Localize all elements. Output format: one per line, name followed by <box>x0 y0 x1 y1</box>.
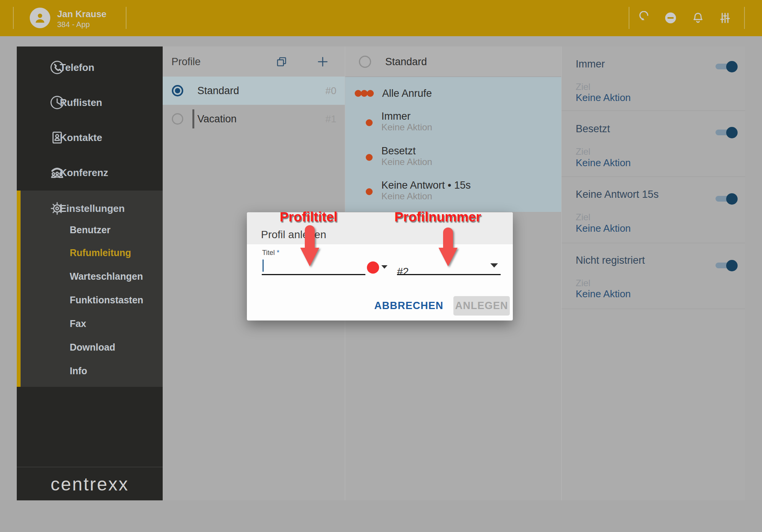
rule-toggle[interactable] <box>716 263 737 268</box>
sidebar-item-telefon[interactable]: Telefon <box>17 59 163 76</box>
all-calls-dots-icon <box>355 90 378 97</box>
titel-input[interactable] <box>262 274 365 275</box>
topbar-divider <box>126 7 126 29</box>
profile-row-vacation[interactable]: Vacation #1 <box>163 105 345 133</box>
sidebar-subitem-rufumleitung[interactable]: Rufumleitung <box>70 247 131 258</box>
app-screen: Jan Krause 384 - App <box>0 0 762 532</box>
target-label: Ziel <box>576 212 591 223</box>
rule-dot-icon <box>366 154 373 161</box>
create-profile-dialog: Profil anlegen Titel * #2 ABBRECHEN ANLE… <box>247 212 513 320</box>
sidebar-subitem-warteschlangen[interactable]: Warteschlangen <box>70 271 143 282</box>
target-label: Ziel <box>576 278 591 288</box>
sidebar-item-konferenz[interactable]: Konferenz <box>17 164 163 181</box>
do-not-disturb-icon[interactable] <box>662 10 679 26</box>
rule-section-besetzt: Besetzt Ziel Keine Aktion <box>562 111 745 177</box>
profile-color-picker[interactable] <box>367 261 379 274</box>
edit-cursor-bar <box>192 109 194 128</box>
group-title: Alle Anrufe <box>382 88 432 99</box>
detail-header-label: Standard <box>385 56 427 67</box>
target-label: Ziel <box>576 82 591 92</box>
cancel-button[interactable]: ABBRECHEN <box>373 297 445 314</box>
sidebar-item-label: Einstellungen <box>60 203 125 215</box>
sidebar-item-einstellungen[interactable]: Einstellungen <box>17 200 163 217</box>
target-value: Keine Aktion <box>576 92 631 104</box>
sidebar-item-label: Ruflisten <box>60 97 102 109</box>
topbar-divider <box>744 7 745 29</box>
chevron-down-icon <box>490 263 498 268</box>
brand-logo-block: centrexx <box>17 467 163 501</box>
rule-section-keine-antwort: Keine Antwort 15s Ziel Keine Aktion <box>562 176 745 243</box>
toggle-knob <box>726 193 738 205</box>
toggle-knob <box>726 127 738 138</box>
sidebar-item-label: Konferenz <box>60 167 108 179</box>
call-forward-icon[interactable] <box>635 10 652 26</box>
rule-toggle[interactable] <box>716 196 737 202</box>
profile-number-select[interactable] <box>397 274 501 275</box>
rule-section-immer: Immer Ziel Keine Aktion <box>562 46 745 111</box>
chevron-down-icon <box>381 265 387 269</box>
duplicate-profile-icon[interactable] <box>274 54 289 69</box>
titel-field-label: Titel * <box>262 249 279 257</box>
user-name: Jan Krause <box>57 9 106 19</box>
rule-title: Keine Antwort • 15s <box>381 179 471 191</box>
profile-row-number: #0 <box>325 85 336 97</box>
rule-subtitle: Keine Aktion <box>381 122 432 133</box>
toggle-knob <box>726 61 738 72</box>
rule-title: Besetzt <box>381 145 416 157</box>
profile-panel-header: Profile <box>163 46 345 77</box>
sidebar-subitem-benutzer[interactable]: Benutzer <box>70 224 110 236</box>
text-cursor <box>263 260 264 272</box>
topbar-divider <box>629 7 629 29</box>
call-rules-group[interactable]: Alle Anrufe Immer Keine Aktion Besetzt K… <box>345 77 562 212</box>
radio-selected[interactable] <box>172 85 183 96</box>
sidebar-settings-section: Einstellungen Benutzer Rufumleitung Wart… <box>17 191 163 387</box>
rule-section-title: Immer <box>576 58 605 70</box>
sidebar-subitem-funktionstasten[interactable]: Funktionstasten <box>70 295 143 306</box>
rule-section-title: Nicht registriert <box>576 255 645 266</box>
person-icon <box>32 10 48 26</box>
rule-section-nicht-registriert: Nicht registriert Ziel Keine Aktion <box>562 243 745 309</box>
forwarding-rules-panel: Immer Ziel Keine Aktion Besetzt Ziel Kei… <box>561 46 745 500</box>
tune-sliders-icon[interactable] <box>717 10 733 26</box>
add-profile-icon[interactable] <box>315 54 330 69</box>
notifications-bell-icon[interactable] <box>690 10 706 26</box>
rule-dot-icon <box>366 119 373 126</box>
target-value: Keine Aktion <box>576 288 631 300</box>
rule-title: Immer <box>381 111 411 122</box>
centrexx-logo: centrexx <box>51 474 129 495</box>
toggle-knob <box>726 260 738 271</box>
page-footer: IMPRESSUM DATENSCHUTZ AGB © Deutsche Tel… <box>0 500 762 532</box>
profile-row-number: #1 <box>325 113 336 125</box>
rule-toggle[interactable] <box>716 130 737 135</box>
profile-row-label: Standard <box>197 85 239 97</box>
panel-title: Profile <box>171 56 201 68</box>
rule-section-title: Besetzt <box>576 123 610 135</box>
rule-dot-icon <box>366 188 373 195</box>
rule-toggle[interactable] <box>716 64 737 69</box>
radio-unselected[interactable] <box>359 56 371 68</box>
create-button-disabled[interactable]: ANLEGEN <box>453 296 510 316</box>
user-extension: 384 - App <box>57 20 90 29</box>
target-value: Keine Aktion <box>576 157 631 169</box>
radio-unselected[interactable] <box>172 113 183 125</box>
target-label: Ziel <box>576 146 591 157</box>
sidebar-nav: Telefon Ruflisten Kontakte <box>17 46 163 500</box>
dialog-title: Profil anlegen <box>261 229 326 241</box>
rule-section-title: Keine Antwort 15s <box>576 189 659 200</box>
profile-row-label: Vacation <box>197 113 237 125</box>
sidebar-subitem-fax[interactable]: Fax <box>70 318 86 329</box>
user-avatar[interactable] <box>30 8 50 28</box>
sidebar-item-label: Kontakte <box>60 132 102 144</box>
annotation-profiltitel: Profiltitel <box>280 209 338 224</box>
sidebar-subitem-info[interactable]: Info <box>70 365 87 377</box>
required-asterisk: * <box>277 249 279 256</box>
profile-row-standard[interactable]: Standard #0 <box>163 77 345 105</box>
sidebar-item-label: Telefon <box>60 62 94 74</box>
sidebar-item-ruflisten[interactable]: Ruflisten <box>17 94 163 111</box>
sidebar-item-kontakte[interactable]: Kontakte <box>17 129 163 146</box>
rule-subtitle: Keine Aktion <box>381 157 432 167</box>
topbar-divider <box>13 7 14 29</box>
top-bar: Jan Krause 384 - App <box>0 0 762 36</box>
sidebar-subitem-download[interactable]: Download <box>70 342 115 353</box>
detail-panel-header: Standard <box>345 46 562 77</box>
